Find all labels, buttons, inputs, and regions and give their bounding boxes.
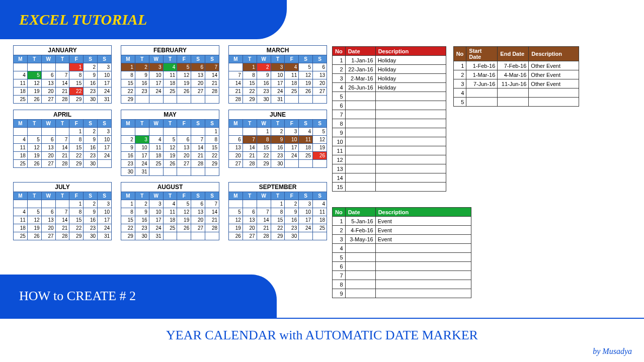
day-cell [163, 96, 177, 104]
day-cell: 6 [191, 63, 205, 71]
day-cell: 3 [135, 136, 149, 144]
day-cell: 9 [257, 71, 271, 79]
day-cell: 10 [149, 208, 163, 216]
dow-header: M [121, 120, 135, 128]
table-cell [498, 88, 529, 98]
day-cell: 2 [121, 136, 135, 144]
dow-header: M [121, 192, 135, 200]
day-cell: 18 [14, 152, 28, 160]
day-cell: 30 [84, 232, 98, 240]
table-header: End Date [498, 47, 529, 61]
day-cell: 23 [285, 224, 299, 232]
day-cell: 11 [14, 144, 28, 152]
day-cell: 25 [149, 160, 163, 168]
dow-header: T [55, 55, 69, 63]
day-cell: 21 [243, 152, 257, 160]
dow-header: W [41, 55, 55, 63]
month-february: FEBRUARYMTWTFSS1234567891011121314151617… [121, 45, 219, 104]
day-cell: 12 [177, 71, 191, 79]
table-cell: 1 [333, 217, 346, 226]
day-cell: 6 [243, 208, 257, 216]
table-cell: 14 [333, 173, 346, 183]
dow-header: F [177, 192, 191, 200]
day-cell: 31 [271, 96, 285, 104]
day-cell [177, 96, 191, 104]
day-cell: 5 [299, 63, 313, 71]
mid-banner-title: HOW to CREATE # 2 [19, 289, 136, 304]
day-cell: 19 [27, 152, 41, 160]
day-cell: 27 [41, 232, 55, 240]
day-cell: 2 [271, 128, 285, 136]
day-cell: 29 [271, 232, 285, 240]
table-cell [345, 92, 375, 101]
day-cell: 13 [41, 79, 55, 87]
day-cell: 25 [163, 87, 177, 96]
day-cell: 10 [98, 136, 112, 144]
day-cell: 29 [243, 96, 257, 104]
day-cell: 9 [84, 208, 98, 216]
day-cell: 18 [299, 144, 313, 152]
day-cell: 24 [98, 87, 112, 96]
table-cell: 22-Jan-16 [345, 65, 375, 74]
top-banner-title: EXCEL TUTORIAL [19, 11, 147, 28]
table-cell: 2 [333, 65, 346, 74]
table-cell: 5 [453, 98, 466, 107]
day-cell: 23 [271, 152, 285, 160]
table-cell [375, 262, 471, 271]
table-cell: 7-Jun-16 [466, 79, 498, 88]
day-cell: 28 [55, 96, 69, 104]
day-cell: 29 [257, 160, 271, 168]
day-cell: 27 [191, 87, 205, 96]
day-cell: 3 [271, 63, 285, 71]
table-row: 15-Jan-16Event [333, 217, 471, 226]
day-cell: 8 [205, 136, 219, 144]
table-cell [375, 155, 446, 164]
day-cell: 17 [135, 152, 149, 160]
day-cell: 17 [299, 216, 313, 224]
table-row: 12 [333, 155, 446, 164]
day-cell: 23 [84, 87, 98, 96]
month-april: APRILMTWTFSS1234567891011121314151617181… [13, 110, 112, 176]
day-cell: 24 [299, 224, 313, 232]
day-cell: 13 [177, 144, 191, 152]
day-cell: 8 [69, 136, 84, 144]
day-cell: 23 [121, 160, 135, 168]
table-row: 5 [453, 98, 579, 107]
day-cell: 2 [257, 63, 271, 71]
table-cell: 5-Jan-16 [345, 217, 375, 226]
day-cell: 2 [135, 200, 149, 208]
day-cell [177, 168, 191, 176]
day-cell: 11 [163, 71, 177, 79]
day-cell [163, 232, 177, 240]
day-cell: 25 [163, 224, 177, 232]
day-cell: 2 [135, 63, 149, 71]
dow-header: M [229, 120, 243, 128]
day-cell: 2 [84, 128, 98, 136]
day-cell: 12 [27, 79, 41, 87]
day-cell: 11 [285, 71, 299, 79]
table-row: 11-Feb-167-Feb-16Other Event [453, 61, 579, 70]
day-cell: 19 [177, 79, 191, 87]
dow-header: T [271, 192, 285, 200]
table-cell [498, 98, 529, 107]
day-cell: 8 [69, 71, 84, 79]
dow-header: S [98, 55, 112, 63]
day-cell: 15 [121, 79, 135, 87]
dow-header: F [285, 55, 299, 63]
day-cell: 22 [243, 87, 257, 96]
day-cell: 16 [84, 216, 98, 224]
table-cell: 8 [333, 119, 346, 128]
day-cell: 17 [285, 144, 299, 152]
day-cell: 10 [271, 71, 285, 79]
table-cell: 7 [333, 271, 346, 280]
day-cell: 24 [135, 160, 149, 168]
table-cell [345, 164, 375, 173]
day-cell: 10 [135, 144, 149, 152]
dow-header: S [205, 55, 219, 63]
table-row: 8 [333, 119, 446, 128]
table-row: 5 [333, 253, 471, 262]
table-cell: 6 [333, 262, 346, 271]
day-cell: 10 [299, 208, 313, 216]
day-cell: 4 [313, 200, 327, 208]
table-cell [529, 98, 579, 107]
